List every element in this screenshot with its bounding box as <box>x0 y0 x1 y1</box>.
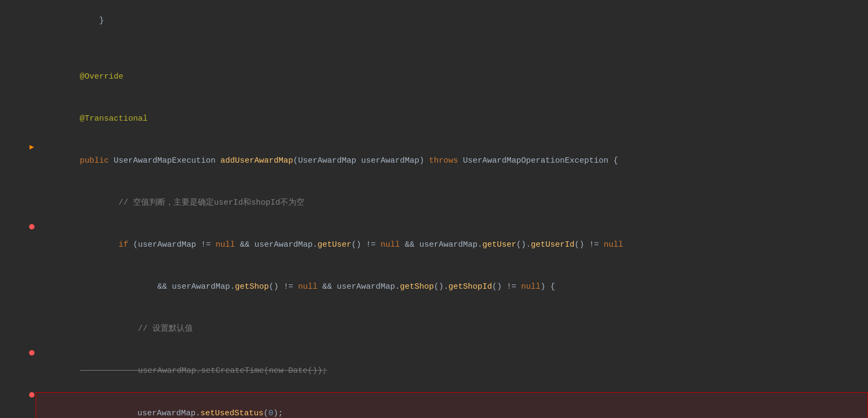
exception-class: UserAwardMapOperationException <box>463 156 613 165</box>
breakpoint-dot-7 <box>29 224 34 229</box>
annotation-transactional: @Transactional <box>80 114 148 123</box>
breakpoint-5: ▶ <box>27 140 37 154</box>
line-content-3: @Override <box>37 56 868 98</box>
code-line-6: // 空值判断，主要是确定userId和shopId不为空 <box>0 182 868 224</box>
line-content-9: // 设置默认值 <box>37 308 868 350</box>
code-line-2 <box>0 42 868 56</box>
code-line-7: if (userAwardMap != null && userAwardMap… <box>0 224 868 266</box>
breakpoint-dot-10 <box>29 350 34 356</box>
line-content-7: if (userAwardMap != null && userAwardMap… <box>37 224 868 266</box>
execution-arrow: ▶ <box>30 140 34 154</box>
code-line-3: @Override <box>0 56 868 98</box>
comment-set-default: // 设置默认值 <box>80 324 193 333</box>
line-content-2 <box>37 42 868 56</box>
code-line-10: userAwardMap.setCreateTime(new Date()); <box>0 350 868 392</box>
code-line-5: ▶ public UserAwardMapExecution addUserAw… <box>0 140 868 182</box>
line-content-4: @Transactional <box>37 98 868 140</box>
breakpoint-dot-11 <box>29 392 34 398</box>
line-content-1: } <box>37 0 868 42</box>
method-name: addUserAwardMap <box>220 156 293 165</box>
comment-null-check: // 空值判断，主要是确定userId和shopId不为空 <box>80 198 304 207</box>
code-line-9: // 设置默认值 <box>0 308 868 350</box>
keyword-public: public <box>80 156 114 165</box>
annotation-override: @Override <box>80 72 123 81</box>
strikethrough-create-time: userAwardMap.setCreateTime(new Date()); <box>80 366 327 375</box>
line-content-6: // 空值判断，主要是确定userId和shopId不为空 <box>37 182 868 224</box>
line-content-11: userAwardMap.setUsedStatus(0); <box>36 392 868 418</box>
code-line-11: userAwardMap.setUsedStatus(0); <box>0 392 868 418</box>
return-type: UserAwardMapExecution <box>114 156 220 165</box>
code-editor: } @Override @Transactional <box>0 0 868 418</box>
brace-close: } <box>80 16 104 25</box>
throws-keyword: throws <box>429 156 463 165</box>
code-line-1: } <box>0 0 868 42</box>
code-line-8: && userAwardMap.getShop() != null && use… <box>0 266 868 308</box>
breakpoint-7 <box>27 224 37 229</box>
code-lines: } @Override @Transactional <box>0 0 868 418</box>
line-content-5: public UserAwardMapExecution addUserAwar… <box>37 140 868 182</box>
code-line-4: @Transactional <box>0 98 868 140</box>
line-content-8: && userAwardMap.getShop() != null && use… <box>37 266 868 308</box>
line-content-10: userAwardMap.setCreateTime(new Date()); <box>37 350 868 392</box>
breakpoint-10 <box>27 350 37 356</box>
